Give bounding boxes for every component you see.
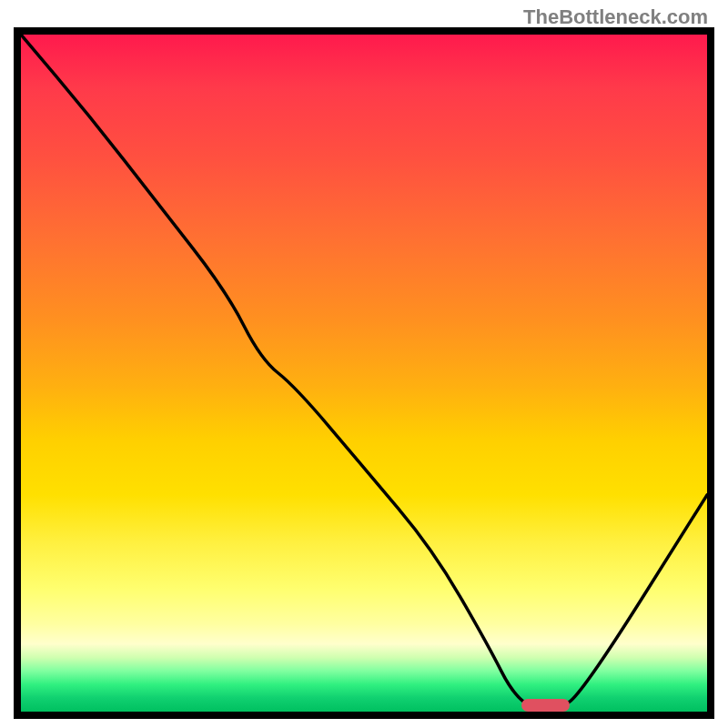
chart-frame	[14, 27, 714, 719]
optimal-range-marker	[521, 699, 570, 712]
watermark-text: TheBottleneck.com	[523, 5, 708, 29]
chart-plot-area	[21, 35, 707, 712]
bottleneck-curve	[21, 35, 707, 712]
